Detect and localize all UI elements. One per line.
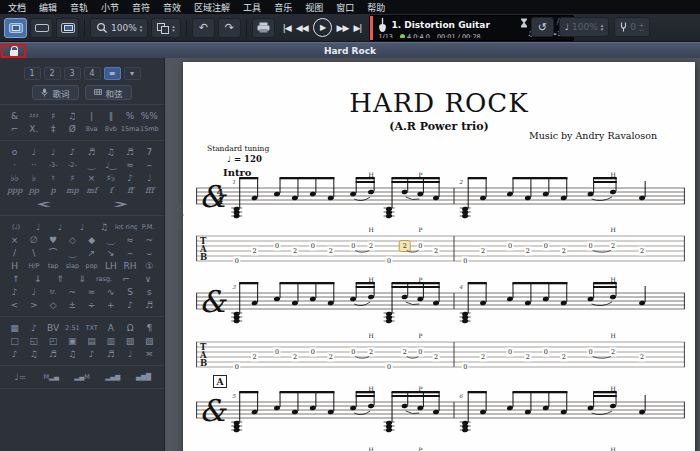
play-button[interactable]: ▶ <box>313 18 332 37</box>
palette-icon[interactable]: ⇓ <box>71 273 93 285</box>
score-area[interactable]: HARD ROCK (A.R Power trio) Music by Andr… <box>165 58 700 451</box>
palette-icon[interactable]: ≈ <box>121 234 140 246</box>
palette-icon[interactable]: ♭ <box>24 172 43 184</box>
palette-icon[interactable]: ↑ <box>5 273 27 285</box>
palette-icon[interactable]: mp <box>63 185 82 197</box>
palette-icon[interactable]: | <box>82 110 101 122</box>
palette-icon[interactable]: × <box>82 172 101 184</box>
voice-button[interactable]: 4 <box>84 67 101 80</box>
transpose-stepper[interactable]: +− <box>639 22 644 32</box>
fast-forward-button[interactable]: ▶▶ <box>337 23 349 33</box>
palette-icon[interactable]: ◰ <box>44 335 63 347</box>
palette-icon[interactable]: Ω <box>121 322 140 334</box>
palette-icon[interactable]: ▦ <box>5 322 24 334</box>
palette-icon[interactable]: 8va <box>82 123 101 135</box>
palette-icon[interactable]: ↓ <box>27 273 49 285</box>
palette-icon[interactable]: ♮ <box>44 172 63 184</box>
palette-icon[interactable]: ▂▄M <box>67 371 98 383</box>
palette-icon[interactable]: □ <box>5 335 24 347</box>
palette-icon[interactable]: ⌒ <box>44 247 63 259</box>
go-to-end-button[interactable]: ▶| <box>353 23 361 33</box>
palette-icon[interactable]: ≈ <box>82 286 101 298</box>
palette-icon[interactable]: Ø <box>63 123 82 135</box>
voice-button[interactable]: 2 <box>44 67 61 80</box>
palette-icon[interactable]: tr. <box>44 286 63 298</box>
palette-icon[interactable]: BV <box>44 322 63 334</box>
palette-icon[interactable]: ♫ <box>93 221 115 233</box>
palette-icon[interactable]: pop <box>82 260 101 272</box>
palette-icon[interactable]: ↗ <box>82 247 101 259</box>
speed-stepper[interactable]: ▴▾ <box>601 23 604 31</box>
menu-item[interactable]: 窗口 <box>336 1 354 14</box>
palette-icon[interactable]: let ring <box>115 221 137 233</box>
tablature-staff[interactable]: TABHPH020202020202020202022 <box>196 444 685 451</box>
palette-icon[interactable]: ∿ <box>101 286 120 298</box>
palette-icon[interactable]: ‡ <box>44 123 63 135</box>
speed-control[interactable]: ♩ 100% ▴▾ <box>559 17 610 37</box>
palette-icon[interactable]: ‿ <box>82 159 101 171</box>
palette-icon[interactable]: H <box>5 260 24 272</box>
palette-icon[interactable]: ♯ <box>63 172 82 184</box>
palette-icon[interactable]: ♪ <box>121 299 140 311</box>
palette-icon[interactable]: RH <box>121 260 140 272</box>
palette-icon[interactable]: (♩) <box>5 221 27 233</box>
palette-icon[interactable]: slap <box>63 260 82 272</box>
palette-icon[interactable]: < <box>5 299 24 311</box>
palette-icon[interactable]: ♫ <box>24 348 43 360</box>
palette-icon[interactable]: ▣ <box>63 335 82 347</box>
menu-item[interactable]: 音效 <box>163 1 181 14</box>
section-a-marker[interactable]: A <box>213 375 227 388</box>
menu-item[interactable]: 音轨 <box>70 1 88 14</box>
palette-icon[interactable]: ♬ <box>121 146 140 158</box>
palette-icon[interactable]: ♩‿ <box>101 159 120 171</box>
palette-icon[interactable]: A <box>101 322 120 334</box>
palette-icon[interactable]: ♬ <box>101 348 120 360</box>
menu-item[interactable]: 编辑 <box>39 1 57 14</box>
palette-icon[interactable]: ⟨ <box>5 198 82 210</box>
multivoice-button[interactable]: ≡ <box>104 67 121 80</box>
palette-icon[interactable]: \ <box>24 247 43 259</box>
palette-icon[interactable]: ⌐ <box>115 273 137 285</box>
palette-icon[interactable]: ♯♯♯ <box>24 110 43 122</box>
palette-icon[interactable]: · <box>5 159 24 171</box>
palette-icon[interactable]: ⇑ <box>49 273 71 285</box>
palette-icon[interactable]: tap <box>44 260 63 272</box>
palette-icon[interactable]: TXT <box>82 322 101 334</box>
menu-item[interactable]: 小节 <box>101 1 119 14</box>
palette-icon[interactable]: ⌐ <box>5 123 24 135</box>
palette-icon[interactable]: ♩ <box>140 172 159 184</box>
print-button[interactable] <box>252 18 275 38</box>
palette-icon[interactable]: ♩ <box>24 146 43 158</box>
palette-icon[interactable]: LH <box>101 260 120 272</box>
menu-item[interactable]: 区域注解 <box>194 1 230 14</box>
collapse-palette-button[interactable]: ▾ <box>124 67 141 80</box>
palette-icon[interactable]: 7 <box>140 146 159 158</box>
palette-icon[interactable]: o <box>5 146 24 158</box>
vertical-view-button[interactable] <box>56 18 79 38</box>
palette-icon[interactable]: ♬ <box>82 146 101 158</box>
redo-button[interactable]: ↷ <box>218 18 241 38</box>
palette-icon[interactable]: > <box>24 299 43 311</box>
palette-icon[interactable]: ▂▄▆ <box>97 371 128 383</box>
tablature-staff[interactable]: TABHPH020202020202020202022 <box>196 224 685 268</box>
palette-icon[interactable]: ↘ <box>101 247 120 259</box>
notation-staff[interactable]: &34HPH <box>196 273 685 325</box>
score-page[interactable]: HARD ROCK (A.R Power trio) Music by Andr… <box>183 62 695 451</box>
rewind-button[interactable]: ◀◀ <box>296 23 308 33</box>
palette-icon[interactable]: ♬ <box>140 299 159 311</box>
palette-icon[interactable]: ♯ <box>44 110 63 122</box>
palette-icon[interactable]: ≈ <box>121 159 140 171</box>
palette-icon[interactable]: 8vb <box>101 123 120 135</box>
palette-icon[interactable]: 15mb <box>140 123 159 135</box>
palette-icon[interactable]: ♫ <box>63 110 82 122</box>
palette-icon[interactable]: ♬ <box>44 348 63 360</box>
palette-icon[interactable]: ‿ <box>63 247 82 259</box>
palette-icon[interactable]: ◇ <box>63 234 82 246</box>
notation-staff[interactable]: &56HPH <box>196 382 685 434</box>
palette-icon[interactable]: × <box>5 234 24 246</box>
palette-icon[interactable]: ± <box>63 299 82 311</box>
palette-icon[interactable]: 15ma <box>121 123 140 135</box>
palette-icon[interactable]: ◆ <box>82 234 101 246</box>
palette-icon[interactable]: ♫ <box>63 348 82 360</box>
palette-icon[interactable]: ◇ <box>44 299 63 311</box>
